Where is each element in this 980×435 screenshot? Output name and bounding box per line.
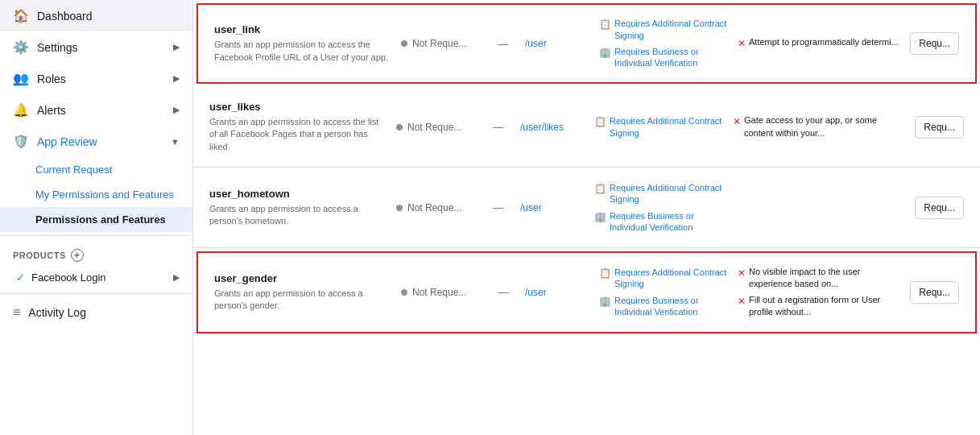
permission-row: user_likes Grants an app permission to a… (193, 87, 980, 168)
chevron-right-icon: ▶ (173, 272, 180, 283)
note-item: ✕ Attempt to programmatically determi... (738, 36, 900, 51)
note-item: ✕ No visible impact to the user experien… (738, 266, 900, 291)
permission-requirements: 📋 Requires Additional Contract Signing 🏢… (594, 182, 723, 233)
permission-info: user_gender Grants an app permission to … (214, 272, 391, 313)
permission-row: user_link Grants an app permission to ac… (196, 3, 977, 84)
requirement-item: 📋 Requires Additional Contract Signing (599, 18, 728, 41)
contract-icon: 📋 (599, 267, 611, 280)
permission-endpoint: /user/likes (520, 122, 585, 133)
status-dot (401, 40, 407, 47)
sidebar-item-app-review[interactable]: 🛡️ App Review ▼ (0, 126, 192, 157)
sidebar-item-dashboard[interactable]: 🏠 Dashboard (0, 0, 192, 31)
permission-desc: Grants an app permission to access the F… (214, 39, 391, 64)
sidebar-item-roles[interactable]: 👥 Roles ▶ (0, 63, 192, 94)
alerts-icon: 🔔 (13, 102, 29, 118)
permission-name: user_link (214, 23, 391, 35)
permission-status: Not Reque... (396, 122, 477, 133)
requirement-item: 📋 Requires Additional Contract Signing (599, 267, 728, 290)
business-icon: 🏢 (599, 47, 611, 60)
permission-action[interactable]: Requ... (915, 197, 964, 219)
permission-requirements: 📋 Requires Additional Contract Signing (594, 115, 723, 139)
note-item: ✕ Fill out a registration form or User p… (738, 294, 900, 319)
permission-name: user_likes (209, 101, 387, 113)
sidebar-product-label: Facebook Login (31, 271, 106, 284)
sidebar-item-my-permissions[interactable]: My Permissions and Features (0, 182, 192, 207)
activity-log-icon: ≡ (13, 305, 20, 320)
permission-endpoint: /user (520, 202, 585, 213)
requirement-item: 📋 Requires Additional Contract Signing (594, 182, 723, 205)
business-icon: 🏢 (599, 296, 611, 309)
sidebar-item-permissions-features[interactable]: Permissions and Features (0, 207, 192, 232)
add-product-button[interactable]: + (71, 249, 84, 262)
permission-status: Not Reque... (401, 287, 482, 298)
requirement-item: 🏢 Requires Business or Individual Verifi… (599, 46, 728, 69)
permission-action[interactable]: Requ... (910, 281, 959, 304)
permission-endpoint: /user (525, 38, 589, 49)
sidebar-item-label: Activity Log (28, 306, 86, 319)
permission-name: user_hometown (209, 188, 387, 200)
x-icon: ✕ (738, 267, 746, 280)
sidebar-item-label: App Review (37, 135, 97, 148)
sidebar-sub-label: Current Request (35, 164, 112, 176)
requirement-item: 🏢 Requires Business or Individual Verifi… (594, 210, 723, 234)
x-icon: ✕ (738, 37, 746, 51)
permission-action[interactable]: Requ... (915, 116, 964, 139)
request-button[interactable]: Requ... (910, 32, 959, 55)
request-button[interactable]: Requ... (915, 116, 964, 139)
sidebar-divider (0, 235, 192, 236)
status-dot (396, 124, 403, 130)
status-dot (396, 205, 403, 211)
note-item: ✕ Gate access to your app, or some conte… (733, 114, 905, 139)
sidebar-item-current-request[interactable]: Current Request (0, 157, 192, 182)
permission-desc: Grants an app permission to access a per… (209, 203, 387, 228)
sidebar-item-facebook-login[interactable]: ✓ Facebook Login ▶ (0, 265, 192, 290)
permission-status: Not Reque... (396, 202, 477, 213)
sidebar-item-activity-log[interactable]: ≡ Activity Log (0, 297, 192, 328)
request-button[interactable]: Requ... (915, 197, 964, 219)
permission-notes: ✕ Attempt to programmatically determi... (738, 36, 900, 51)
permission-info: user_link Grants an app permission to ac… (214, 23, 391, 64)
business-icon: 🏢 (594, 211, 606, 224)
permission-endpoint: /user (525, 287, 589, 298)
dashboard-icon: 🏠 (13, 8, 29, 23)
sidebar-divider-2 (0, 293, 192, 294)
contract-icon: 📋 (594, 116, 606, 129)
permission-desc: Grants an app permission to access a per… (214, 288, 391, 313)
requirement-item: 📋 Requires Additional Contract Signing (594, 115, 723, 139)
permission-dash: — (486, 201, 511, 213)
sidebar-item-settings[interactable]: ⚙️ Settings ▶ (0, 31, 192, 63)
settings-icon: ⚙️ (13, 39, 29, 55)
x-icon: ✕ (733, 115, 741, 129)
sidebar-sub-label: My Permissions and Features (35, 188, 174, 201)
permission-row: user_hometown Grants an app permission t… (193, 168, 980, 248)
permission-desc: Grants an app permission to access the l… (209, 116, 387, 153)
chevron-right-icon: ▶ (173, 42, 180, 52)
contract-icon: 📋 (599, 19, 611, 31)
permission-action[interactable]: Requ... (910, 32, 959, 55)
sidebar: 🏠 Dashboard ⚙️ Settings ▶ 👥 Roles ▶ 🔔 Al… (0, 0, 193, 435)
request-button[interactable]: Requ... (910, 281, 959, 304)
sidebar-item-label: Dashboard (37, 10, 93, 23)
permission-notes: ✕ No visible impact to the user experien… (738, 266, 900, 319)
sidebar-item-label: Settings (37, 41, 78, 54)
status-dot (401, 289, 407, 296)
chevron-down-icon: ▼ (171, 137, 180, 147)
permission-row: user_gender Grants an app permission to … (196, 251, 977, 334)
x-icon: ✕ (738, 295, 746, 309)
sidebar-item-alerts[interactable]: 🔔 Alerts ▶ (0, 94, 192, 126)
chevron-right-icon: ▶ (173, 73, 180, 84)
roles-icon: 👥 (13, 71, 29, 86)
app-review-icon: 🛡️ (13, 134, 29, 149)
permission-notes: ✕ Gate access to your app, or some conte… (733, 114, 905, 139)
permission-info: user_hometown Grants an app permission t… (209, 188, 387, 228)
facebook-login-icon: ✓ (16, 271, 25, 284)
products-section-label: PRODUCTS + (0, 239, 192, 265)
main-content: user_link Grants an app permission to ac… (193, 0, 980, 435)
permission-dash: — (491, 38, 515, 50)
sidebar-item-label: Roles (37, 72, 66, 85)
permission-name: user_gender (214, 272, 391, 284)
contract-icon: 📋 (594, 183, 606, 196)
chevron-right-icon: ▶ (173, 105, 180, 115)
permission-info: user_likes Grants an app permission to a… (209, 101, 387, 153)
permission-requirements: 📋 Requires Additional Contract Signing 🏢… (599, 267, 728, 317)
